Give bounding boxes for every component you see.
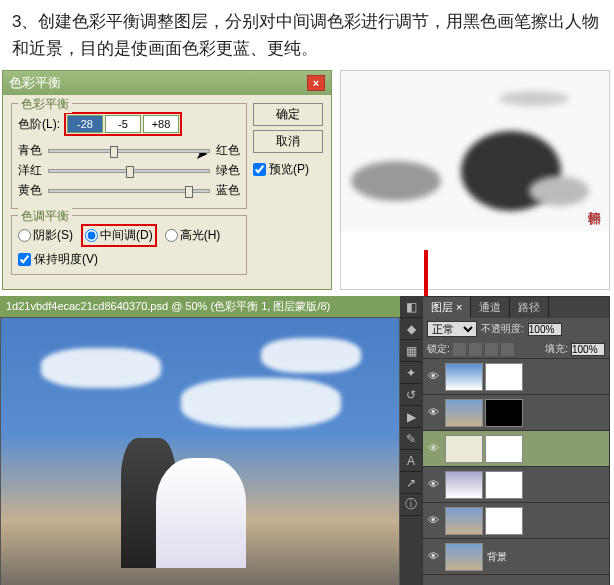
level-magenta-input[interactable] [105,115,141,133]
visibility-icon[interactable]: 👁 [428,370,442,384]
history-icon[interactable]: ↺ [400,384,422,406]
layer-row[interactable]: 👁 [423,395,609,431]
cyan-label: 青色 [18,142,42,159]
group-title: 色调平衡 [18,208,72,225]
magenta-label: 洋红 [18,162,42,179]
yellow-label: 黄色 [18,182,42,199]
layer-row[interactable]: 👁 [423,359,609,395]
preserve-luminosity-check[interactable]: 保持明度(V) [18,251,240,268]
character-icon[interactable]: A [400,450,422,472]
document-title: 1d21vbdf4ecac21cd8640370.psd @ 50% (色彩平衡… [6,299,330,314]
navigator-icon[interactable]: ◧ [400,296,422,318]
tone-balance-group: 色调平衡 阴影(S) 中间调(D) 高光(H) 保持明度(V) [11,215,247,275]
tab-paths[interactable]: 路径 [510,297,549,318]
mask-preview: 郭梓怡 [340,70,610,290]
preview-check[interactable]: 预览(P) [253,161,323,178]
lock-transparency-icon[interactable] [453,343,466,356]
close-icon[interactable]: × [307,75,325,91]
lock-paint-icon[interactable] [469,343,482,356]
layer-row[interactable]: 👁 [423,467,609,503]
tab-layers[interactable]: 图层 × [423,297,471,318]
actions-icon[interactable]: ▶ [400,406,422,428]
level-yellow-input[interactable] [143,115,179,133]
color-balance-dialog: 色彩平衡 × ➤ 色彩平衡 色阶(L): 青色 [2,70,332,290]
shadows-radio[interactable]: 阴影(S) [18,227,73,244]
brush-icon[interactable]: ✎ [400,428,422,450]
path-icon[interactable]: ↗ [400,472,422,494]
blend-mode-select[interactable]: 正常 [427,321,477,337]
document-titlebar[interactable]: 1d21vbdf4ecac21cd8640370.psd @ 50% (色彩平衡… [0,296,400,317]
visibility-icon[interactable]: 👁 [428,514,442,528]
levels-input-group [64,112,182,136]
yellow-blue-slider[interactable] [48,189,210,193]
cancel-button[interactable]: 取消 [253,130,323,153]
layer-name: 背景 [487,550,507,564]
layers-panel: 图层 × 通道 路径 正常 不透明度: 锁定: 填充: 👁 👁 [422,296,610,585]
visibility-icon[interactable]: 👁 [428,478,442,492]
swatch-icon[interactable]: ▦ [400,340,422,362]
dialog-titlebar[interactable]: 色彩平衡 × [3,71,331,95]
magenta-green-slider[interactable] [48,169,210,173]
level-cyan-input[interactable] [67,115,103,133]
ok-button[interactable]: 确定 [253,103,323,126]
visibility-icon[interactable]: 👁 [428,406,442,420]
blue-label: 蓝色 [216,182,240,199]
lock-all-icon[interactable] [501,343,514,356]
info-icon[interactable]: ⓘ [400,494,422,516]
canvas[interactable]: 郭梓怡 [0,317,400,585]
subject-couple [111,408,251,568]
visibility-icon[interactable]: 👁 [428,550,442,564]
levels-label: 色阶(L): [18,116,60,133]
layer-row[interactable]: 👁 [423,431,609,467]
tool-strip: ◧ ◆ ▦ ✦ ↺ ▶ ✎ A ↗ ⓘ [400,296,422,585]
color-icon[interactable]: ◆ [400,318,422,340]
layer-row[interactable]: 👁 背景 [423,539,609,575]
lock-position-icon[interactable] [485,343,498,356]
styles-icon[interactable]: ✦ [400,362,422,384]
fill-input[interactable] [571,343,605,356]
instruction-text: 3、创建色彩平衡调整图层，分别对中间调色彩进行调节，用黑色画笔擦出人物和近景，目… [0,0,614,70]
red-label: 红色 [216,142,240,159]
opacity-input[interactable] [528,323,562,336]
opacity-label: 不透明度: [481,322,524,336]
visibility-icon[interactable]: 👁 [428,442,442,456]
midtones-radio[interactable]: 中间调(D) [81,224,157,247]
green-label: 绿色 [216,162,240,179]
layer-row[interactable]: 👁 [423,503,609,539]
group-title: 色彩平衡 [18,96,72,113]
color-balance-group: 色彩平衡 色阶(L): 青色 红色 [11,103,247,209]
tab-channels[interactable]: 通道 [471,297,510,318]
lock-label: 锁定: [427,342,450,356]
fill-label: 填充: [545,342,568,356]
cyan-red-slider[interactable] [48,149,210,153]
dialog-title: 色彩平衡 [9,74,61,92]
highlights-radio[interactable]: 高光(H) [165,227,221,244]
